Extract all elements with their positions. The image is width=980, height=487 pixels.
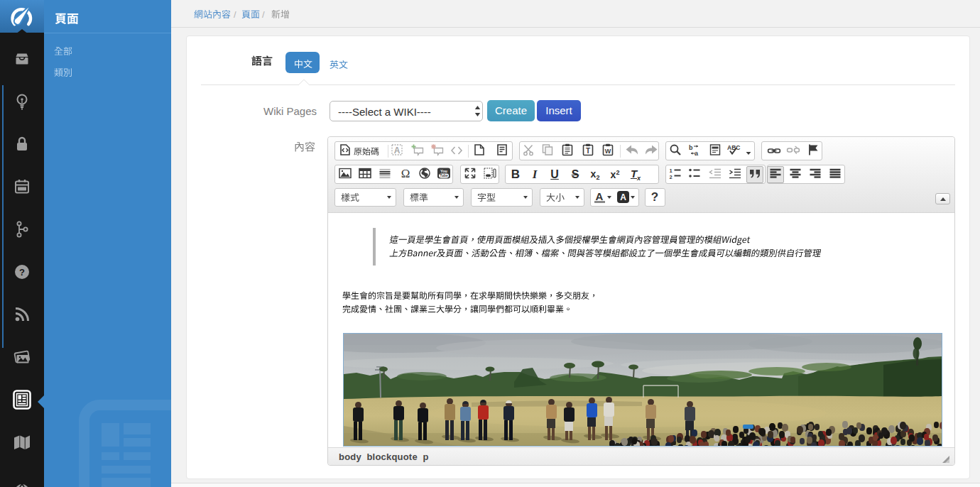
svg-text:?: ? xyxy=(19,267,25,278)
svg-text:You: You xyxy=(440,169,447,173)
svg-text:T: T xyxy=(586,147,590,155)
svg-text:A: A xyxy=(394,145,401,155)
svg-text:b: b xyxy=(689,143,693,151)
svg-text:Ω: Ω xyxy=(401,167,410,179)
svg-text:a: a xyxy=(695,149,699,155)
svg-text:W: W xyxy=(605,148,611,155)
svg-text:ABC: ABC xyxy=(727,143,740,151)
svg-text:Tube: Tube xyxy=(440,173,448,177)
svg-text:2: 2 xyxy=(670,173,673,179)
